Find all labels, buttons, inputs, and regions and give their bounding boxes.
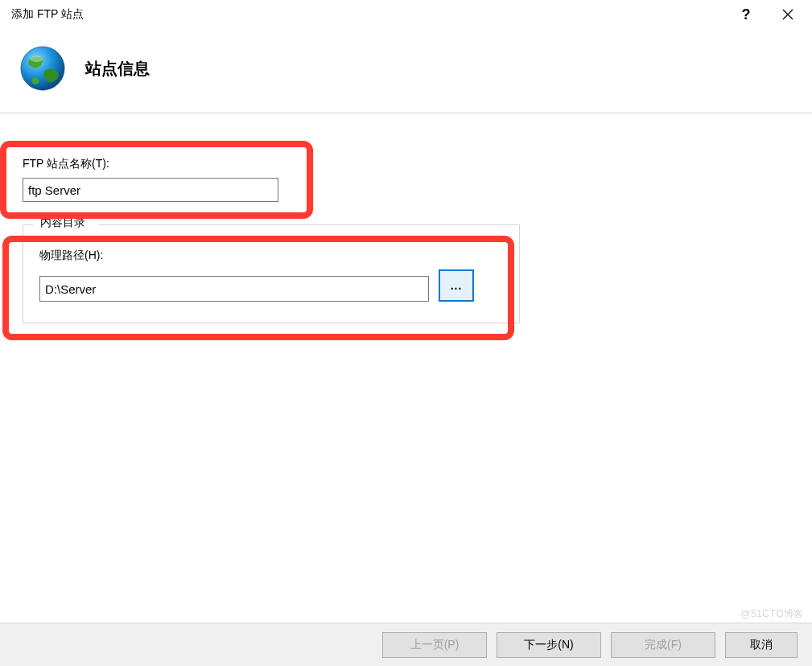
window-title: 添加 FTP 站点 (11, 7, 735, 22)
browse-button[interactable]: ... (439, 269, 474, 302)
next-button[interactable]: 下一步(N) (497, 632, 601, 658)
physical-path-input[interactable] (39, 276, 429, 302)
content-area: FTP 站点名称(T): 内容目录 物理路径(H): ... (0, 113, 812, 628)
globe-icon (18, 43, 68, 93)
site-name-field: FTP 站点名称(T): (23, 157, 812, 202)
finish-button: 完成(F) (611, 632, 715, 658)
titlebar-controls: ? (735, 3, 806, 26)
ellipsis-icon: ... (451, 279, 463, 292)
previous-button: 上一页(P) (382, 632, 487, 658)
wizard-button-bar: 上一页(P) 下一步(N) 完成(F) 取消 (0, 623, 812, 666)
physical-path-label: 物理路径(H): (39, 249, 505, 263)
page-title: 站点信息 (85, 58, 150, 80)
help-icon[interactable]: ? (735, 3, 757, 26)
dialog-header: 站点信息 (0, 29, 812, 113)
site-name-input[interactable] (23, 178, 278, 202)
svg-point-3 (31, 56, 43, 63)
titlebar: 添加 FTP 站点 ? (0, 0, 812, 29)
cancel-button[interactable]: 取消 (725, 632, 798, 658)
site-name-label: FTP 站点名称(T): (23, 157, 812, 171)
content-directory-group: 内容目录 物理路径(H): ... (23, 224, 520, 323)
close-icon[interactable] (777, 3, 799, 26)
